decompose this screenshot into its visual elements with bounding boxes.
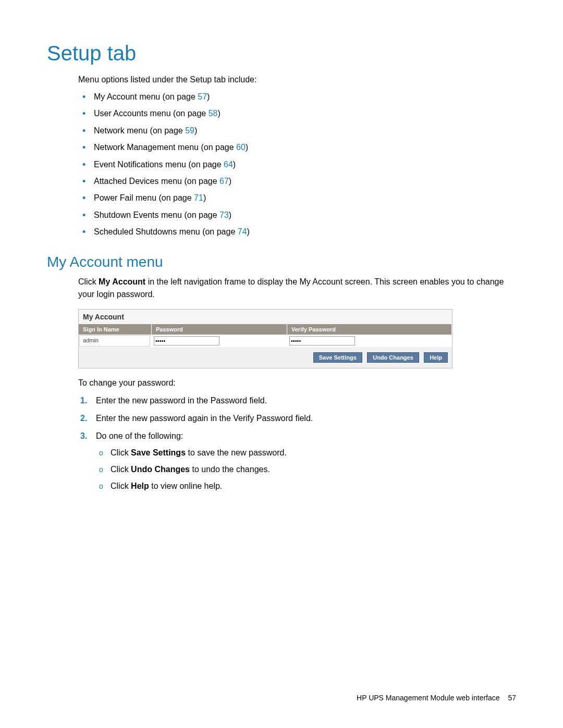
item-after: ) xyxy=(217,109,220,118)
substep-help: Click Help to view online help. xyxy=(111,480,516,492)
sub-steps: Click Save Settings to save the new pass… xyxy=(96,447,516,492)
substep-save: Click Save Settings to save the new pass… xyxy=(111,447,516,459)
page-ref-link[interactable]: 57 xyxy=(198,92,207,101)
header-verify-password: Verify Password xyxy=(287,324,452,335)
my-account-screenshot: My Account Sign In Name Password Verify … xyxy=(78,309,452,368)
menu-option-list: My Account menu (on page 57) User Accoun… xyxy=(78,91,516,238)
sub-post: to view online help. xyxy=(149,482,223,490)
intro-text: Menu options listed under the Setup tab … xyxy=(78,73,516,86)
list-item: Power Fail menu (on page 71) xyxy=(94,192,516,204)
list-item: Event Notifications menu (on page 64) xyxy=(94,159,516,170)
verify-password-field[interactable] xyxy=(289,336,355,346)
change-password-intro: To change your password: xyxy=(78,377,516,389)
item-label: Network Management menu (on page xyxy=(94,143,236,152)
item-label: Shutdown Events menu (on page xyxy=(94,211,219,219)
sub-post: to undo the changes. xyxy=(190,465,270,474)
help-button[interactable]: Help xyxy=(424,352,448,363)
list-item: Attached Devices menu (on page 67) xyxy=(94,176,516,187)
step-1: Enter the new password in the Password f… xyxy=(94,394,516,407)
sub-bold: Help xyxy=(131,482,149,490)
password-field[interactable] xyxy=(154,336,219,346)
list-item: Scheduled Shutdowns menu (on page 74) xyxy=(94,226,516,238)
sub-bold: Undo Changes xyxy=(131,465,190,474)
item-label: Event Notifications menu (on page xyxy=(94,160,224,169)
footer-page-number: 57 xyxy=(508,694,516,702)
page-ref-link[interactable]: 60 xyxy=(236,143,246,152)
substep-undo: Click Undo Changes to undo the changes. xyxy=(111,463,516,476)
item-after: ) xyxy=(229,177,231,186)
page-ref-link[interactable]: 73 xyxy=(219,211,229,219)
item-after: ) xyxy=(246,143,248,152)
para-bold: My Account xyxy=(99,277,145,286)
panel-title: My Account xyxy=(79,310,452,324)
header-sign-in-name: Sign In Name xyxy=(79,324,152,335)
list-item: My Account menu (on page 57) xyxy=(94,91,516,103)
para-pre: Click xyxy=(78,277,99,286)
page-ref-link[interactable]: 74 xyxy=(238,227,247,236)
table-header-row: Sign In Name Password Verify Password xyxy=(79,324,452,335)
item-after: ) xyxy=(194,126,197,135)
my-account-paragraph: Click My Account in the left navigation … xyxy=(78,276,516,301)
step-3-text: Do one of the following: xyxy=(96,431,183,440)
list-item: Shutdown Events menu (on page 73) xyxy=(94,209,516,221)
sign-in-name-value: admin xyxy=(79,335,150,347)
sub-pre: Click xyxy=(111,448,131,457)
undo-changes-button[interactable]: Undo Changes xyxy=(367,352,419,363)
header-password: Password xyxy=(152,324,287,335)
item-after: ) xyxy=(207,92,210,101)
page-ref-link[interactable]: 58 xyxy=(209,109,218,118)
item-after: ) xyxy=(247,227,250,236)
list-item: Network menu (on page 59) xyxy=(94,125,516,137)
heading-my-account: My Account menu xyxy=(47,254,516,270)
page-ref-link[interactable]: 71 xyxy=(194,193,203,202)
page-ref-link[interactable]: 64 xyxy=(224,160,233,169)
button-bar: Save Settings Undo Changes Help xyxy=(79,347,452,368)
item-label: Attached Devices menu (on page xyxy=(94,177,219,186)
list-item: Network Management menu (on page 60) xyxy=(94,142,516,153)
footer-text: HP UPS Management Module web interface xyxy=(357,694,499,702)
page-ref-link[interactable]: 67 xyxy=(219,177,229,186)
sub-post: to save the new password. xyxy=(186,448,287,457)
list-item: User Accounts menu (on page 58) xyxy=(94,108,516,119)
page-footer: HP UPS Management Module web interface 5… xyxy=(357,694,516,702)
item-label: My Account menu (on page xyxy=(94,92,198,101)
heading-setup-tab: Setup tab xyxy=(47,42,516,65)
item-label: User Accounts menu (on page xyxy=(94,109,209,118)
save-settings-button[interactable]: Save Settings xyxy=(313,352,362,363)
step-3: Do one of the following: Click Save Sett… xyxy=(94,430,516,492)
item-label: Scheduled Shutdowns menu (on page xyxy=(94,227,238,236)
item-after: ) xyxy=(203,193,206,202)
sub-bold: Save Settings xyxy=(131,448,186,457)
item-after: ) xyxy=(233,160,236,169)
sub-pre: Click xyxy=(111,482,131,490)
steps-list: Enter the new password in the Password f… xyxy=(78,394,516,492)
page-ref-link[interactable]: 59 xyxy=(185,126,194,135)
item-label: Power Fail menu (on page xyxy=(94,193,194,202)
item-after: ) xyxy=(229,211,231,219)
sub-pre: Click xyxy=(111,465,131,474)
step-2: Enter the new password again in the Veri… xyxy=(94,412,516,425)
item-label: Network menu (on page xyxy=(94,126,185,135)
table-row: admin xyxy=(79,335,452,347)
